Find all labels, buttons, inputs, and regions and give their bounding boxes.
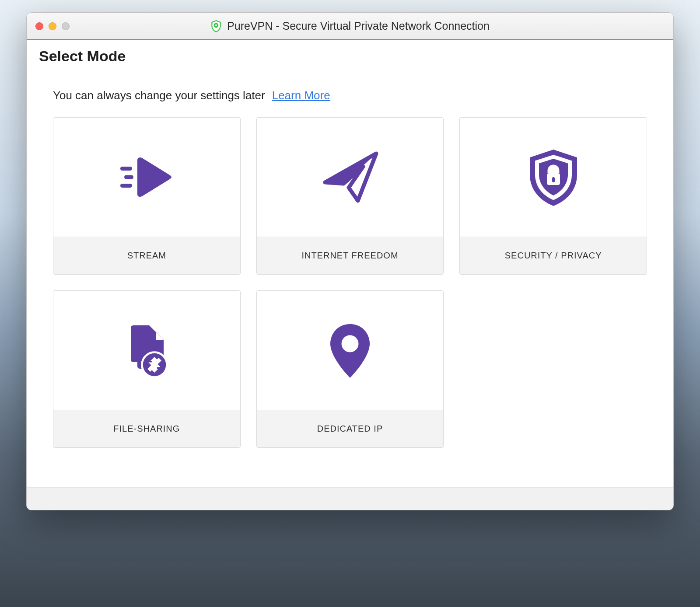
svg-rect-2 <box>120 167 132 171</box>
close-window-button[interactable] <box>35 22 43 30</box>
window-title: PureVPN - Secure Virtual Private Network… <box>227 20 490 32</box>
mode-card-label: STREAM <box>127 251 166 261</box>
map-pin-icon <box>257 291 444 410</box>
mode-card-stream[interactable]: STREAM <box>53 117 241 275</box>
minimize-window-button[interactable] <box>49 22 56 30</box>
titlebar: PureVPN - Secure Virtual Private Network… <box>27 13 673 40</box>
mode-cards-grid: STREAM INTERNET FREEDOM <box>53 117 647 448</box>
hint-row: You can always change your settings late… <box>53 89 647 102</box>
page-heading: Select Mode <box>39 48 661 65</box>
svg-rect-3 <box>124 175 133 179</box>
file-sync-icon <box>53 291 240 410</box>
svg-rect-6 <box>552 177 555 182</box>
mode-card-internet-freedom[interactable]: INTERNET FREEDOM <box>256 117 444 275</box>
window-controls <box>35 22 70 30</box>
svg-point-1 <box>215 24 217 26</box>
mode-card-label: FILE-SHARING <box>113 424 180 434</box>
card-label-area: INTERNET FREEDOM <box>257 237 444 274</box>
mode-card-security-privacy[interactable]: SECURITY / PRIVACY <box>459 117 647 275</box>
svg-rect-4 <box>120 184 132 188</box>
svg-point-10 <box>341 335 358 352</box>
card-label-area: STREAM <box>53 237 240 274</box>
app-window: PureVPN - Secure Virtual Private Network… <box>26 12 674 510</box>
mode-card-label: INTERNET FREEDOM <box>301 251 398 261</box>
purevpn-logo-icon <box>210 20 222 33</box>
learn-more-link[interactable]: Learn More <box>272 89 330 102</box>
mode-card-label: SECURITY / PRIVACY <box>505 251 602 261</box>
mode-card-dedicated-ip[interactable]: DEDICATED IP <box>256 290 444 448</box>
stream-icon <box>53 118 240 237</box>
zoom-window-button[interactable] <box>62 22 70 30</box>
page-heading-bar: Select Mode <box>27 40 673 72</box>
card-label-area: SECURITY / PRIVACY <box>460 237 647 274</box>
hint-text: You can always change your settings late… <box>53 89 265 102</box>
shield-lock-icon <box>460 118 647 237</box>
paper-plane-icon <box>257 118 444 237</box>
footer-strip <box>27 487 673 510</box>
content-area: You can always change your settings late… <box>27 72 673 487</box>
card-label-area: FILE-SHARING <box>53 410 240 447</box>
card-label-area: DEDICATED IP <box>257 410 444 447</box>
mode-card-label: DEDICATED IP <box>317 424 383 434</box>
svg-point-0 <box>214 23 219 28</box>
mode-card-file-sharing[interactable]: FILE-SHARING <box>53 290 241 448</box>
